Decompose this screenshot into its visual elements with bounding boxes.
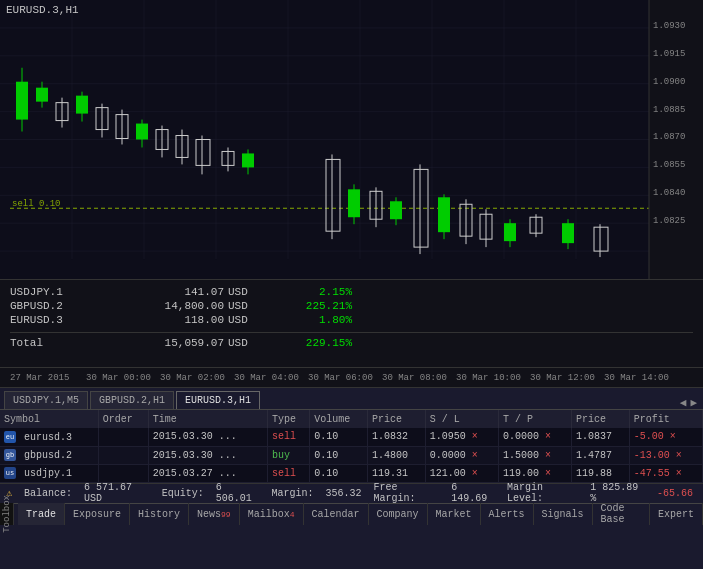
tab-market[interactable]: Market — [428, 503, 481, 525]
tab-codebase[interactable]: Code Base — [593, 503, 650, 525]
margin-level-value: 1 825.89 % — [590, 482, 645, 504]
margin-label: Margin: — [272, 488, 314, 499]
cell-order — [98, 464, 148, 482]
cell-type: sell — [267, 428, 309, 446]
free-margin-label: Free Margin: — [374, 482, 440, 504]
cell-curprice: 119.88 — [572, 464, 630, 482]
svg-rect-21 — [16, 82, 28, 120]
summary-currency-2: USD — [228, 300, 268, 312]
time-label-8: 30 Mar 12:00 — [530, 373, 595, 383]
svg-rect-33 — [136, 124, 148, 140]
tab-scroll-right[interactable]: ▶ — [690, 396, 697, 409]
table-row: eu eurusd.3 2015.03.30 ... sell 0.10 1.0… — [0, 428, 703, 446]
cell-order — [98, 428, 148, 446]
tab-news[interactable]: News99 — [189, 503, 240, 525]
cell-curprice: 1.0837 — [572, 428, 630, 446]
summary-panel: USDJPY.1 141.07 USD 2.15% GBPUSD.2 14,80… — [0, 280, 703, 368]
svg-rect-61 — [504, 223, 516, 241]
svg-rect-51 — [390, 201, 402, 219]
cell-profit: -47.55 × — [629, 464, 702, 482]
summary-symbol-2: GBPUSD.2 — [10, 300, 100, 312]
tab-scroll-left[interactable]: ◀ — [680, 396, 687, 409]
row-close-btn[interactable]: × — [670, 431, 676, 442]
tab-usdjpy[interactable]: USDJPY.1,M5 — [4, 391, 88, 409]
tp-close-btn[interactable]: × — [545, 450, 551, 461]
cell-sl: 0.0000 × — [425, 446, 498, 464]
summary-profit-3: 1.80% — [272, 314, 352, 326]
summary-symbol-1: USDJPY.1 — [10, 286, 100, 298]
balance-bar: ⚠ Balance: 6 571.67 USD Equity: 6 506.01… — [0, 483, 703, 503]
summary-value-2: 14,800.00 — [104, 300, 224, 312]
cell-price: 119.31 — [368, 464, 426, 482]
tab-trade[interactable]: Trade — [18, 503, 65, 525]
balance-value: 6 571.67 USD — [84, 482, 150, 504]
table-row: us usdjpy.1 2015.03.27 ... sell 0.10 119… — [0, 464, 703, 482]
svg-text:1.0840: 1.0840 — [653, 188, 685, 198]
cell-profit: -5.00 × — [629, 428, 702, 446]
col-header-volume: Volume — [310, 410, 368, 428]
svg-text:1.0885: 1.0885 — [653, 105, 685, 115]
sl-close-btn[interactable]: × — [472, 431, 478, 442]
symbol-tabs: USDJPY.1,M5 GBPUSD.2,H1 EURUSD.3,H1 ◀ ▶ — [0, 388, 703, 410]
svg-text:sell 0.10: sell 0.10 — [12, 199, 61, 209]
tab-eurusd[interactable]: EURUSD.3,H1 — [176, 391, 260, 409]
equity-label: Equity: — [162, 488, 204, 499]
svg-text:1.0900: 1.0900 — [653, 77, 685, 87]
cell-tp: 1.5000 × — [498, 446, 571, 464]
sl-close-btn[interactable]: × — [472, 450, 478, 461]
svg-text:1.0870: 1.0870 — [653, 133, 685, 143]
tab-mailbox[interactable]: Mailbox4 — [240, 503, 304, 525]
cell-volume: 0.10 — [310, 464, 368, 482]
col-header-profit: Profit — [629, 410, 702, 428]
trade-table: Symbol Order Time Type Volume Price S / … — [0, 410, 703, 483]
tab-exposure[interactable]: Exposure — [65, 503, 130, 525]
cell-tp: 119.00 × — [498, 464, 571, 482]
sl-close-btn[interactable]: × — [472, 468, 478, 479]
total-loss: -65.66 — [657, 488, 693, 499]
cell-curprice: 1.4787 — [572, 446, 630, 464]
margin-value: 356.32 — [326, 488, 362, 499]
tab-history[interactable]: History — [130, 503, 189, 525]
cell-symbol: eu eurusd.3 — [0, 428, 98, 446]
bottom-tabs-container: Toolbox Trade Exposure History News99 Ma… — [0, 503, 703, 525]
summary-profit-1: 2.15% — [272, 286, 352, 298]
toolbox-label: Toolbox — [0, 503, 14, 525]
tab-calendar[interactable]: Calendar — [304, 503, 369, 525]
cell-tp: 0.0000 × — [498, 428, 571, 446]
svg-rect-55 — [438, 197, 450, 232]
tab-signals[interactable]: Signals — [534, 503, 593, 525]
summary-value-3: 118.00 — [104, 314, 224, 326]
svg-text:1.0825: 1.0825 — [653, 216, 685, 226]
tab-gbpusd[interactable]: GBPUSD.2,H1 — [90, 391, 174, 409]
tab-expert[interactable]: Expert — [650, 503, 703, 525]
svg-text:1.0855: 1.0855 — [653, 160, 685, 170]
col-header-price: Price — [368, 410, 426, 428]
cell-sl: 1.0950 × — [425, 428, 498, 446]
time-label-9: 30 Mar 14:00 — [604, 373, 669, 383]
cell-volume: 0.10 — [310, 428, 368, 446]
col-header-tp: T / P — [498, 410, 571, 428]
cell-profit: -13.00 × — [629, 446, 702, 464]
tp-close-btn[interactable]: × — [545, 431, 551, 442]
total-currency: USD — [228, 337, 268, 349]
row-close-btn[interactable]: × — [676, 450, 682, 461]
cell-price: 1.0832 — [368, 428, 426, 446]
svg-rect-43 — [242, 153, 254, 167]
total-profit: 229.15% — [272, 337, 352, 349]
summary-symbol-3: EURUSD.3 — [10, 314, 100, 326]
row-close-btn[interactable]: × — [676, 468, 682, 479]
tab-company[interactable]: Company — [369, 503, 428, 525]
free-margin-value: 6 149.69 — [451, 482, 495, 504]
col-header-type: Type — [267, 410, 309, 428]
trade-table-wrapper: Symbol Order Time Type Volume Price S / … — [0, 410, 703, 483]
bottom-tabs: Trade Exposure History News99 Mailbox4 C… — [0, 503, 703, 525]
col-header-symbol: Symbol — [0, 410, 98, 428]
col-header-order: Order — [98, 410, 148, 428]
tab-alerts[interactable]: Alerts — [481, 503, 534, 525]
summary-row-usdjpy: USDJPY.1 141.07 USD 2.15% — [10, 286, 693, 298]
table-row: gb gbpusd.2 2015.03.30 ... buy 0.10 1.48… — [0, 446, 703, 464]
svg-rect-23 — [36, 88, 48, 102]
balance-label: Balance: — [24, 488, 72, 499]
tp-close-btn[interactable]: × — [545, 468, 551, 479]
cell-time: 2015.03.30 ... — [148, 446, 267, 464]
